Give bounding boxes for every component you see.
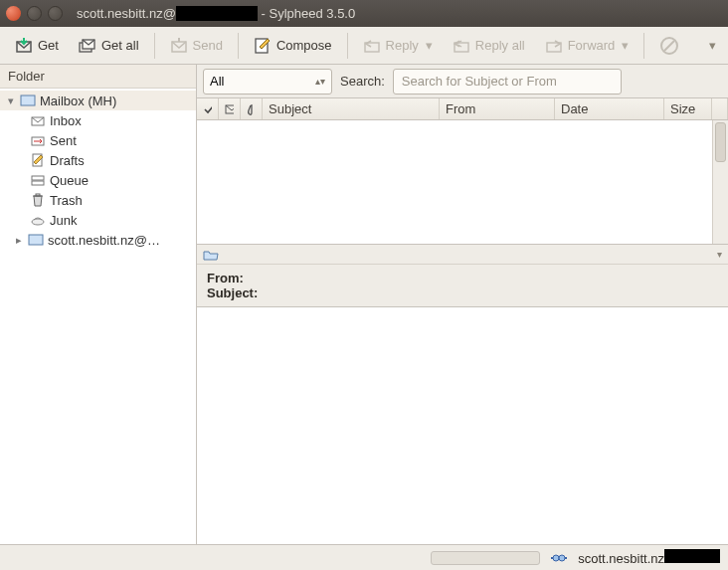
queue-icon: [30, 172, 46, 188]
get-all-label: Get all: [101, 38, 139, 53]
column-subject[interactable]: Subject: [263, 98, 440, 119]
svg-rect-17: [32, 181, 44, 185]
svg-line-11: [664, 41, 674, 51]
forward-label: Forward: [568, 38, 616, 53]
column-status[interactable]: [219, 98, 241, 119]
toolbar-separator: [238, 33, 239, 59]
window-titlebar: scott.nesbitt.nz@xxxx - Sylpheed 3.5.0: [0, 0, 728, 27]
status-bar: scott.nesbitt.nz: [0, 544, 728, 570]
folder-label: scott.nesbitt.nz@…: [48, 233, 160, 248]
junk-icon: [30, 212, 46, 228]
get-label: Get: [38, 38, 59, 53]
message-list-body: [197, 120, 728, 244]
svg-rect-16: [32, 176, 44, 180]
get-button[interactable]: Get: [6, 32, 68, 60]
message-body[interactable]: [197, 307, 728, 544]
toolbar-separator: [643, 33, 644, 59]
send-label: Send: [193, 38, 223, 53]
reply-icon: [363, 37, 381, 55]
expand-toggle[interactable]: ▸: [14, 234, 24, 247]
right-pane: All ▴▾ Search: Subject From Date Size: [197, 65, 728, 544]
filter-bar: All ▴▾ Search:: [197, 65, 728, 98]
folder-sent[interactable]: Sent: [0, 130, 196, 150]
scrollbar-thumb[interactable]: [715, 122, 726, 162]
online-icon[interactable]: [550, 552, 568, 564]
sent-icon: [30, 132, 46, 148]
mail-get-icon: [15, 37, 33, 55]
folder-mailbox[interactable]: ▾ Mailbox (MH): [0, 91, 196, 110]
envelope-icon: [225, 104, 234, 114]
folder-label: Mailbox (MH): [40, 94, 116, 108]
status-account[interactable]: scott.nesbitt.nz: [578, 549, 720, 566]
search-label: Search:: [340, 74, 385, 89]
folder-account[interactable]: ▸ scott.nesbitt.nz@…: [0, 230, 196, 250]
mid-strip: ▾: [197, 245, 728, 265]
sidebar-header: Folder: [0, 65, 196, 89]
search-input[interactable]: [393, 69, 622, 95]
progress-bar: [431, 551, 540, 565]
folder-junk[interactable]: Junk: [0, 210, 196, 230]
forward-icon: [545, 37, 563, 55]
folder-label: Queue: [50, 173, 89, 188]
toolbar-separator: [154, 33, 155, 59]
subject-label: Subject:: [207, 285, 258, 300]
message-list-rows[interactable]: [197, 120, 712, 244]
folder-drafts[interactable]: Drafts: [0, 150, 196, 170]
folder-queue[interactable]: Queue: [0, 170, 196, 190]
reply-all-button: Reply all: [444, 32, 534, 60]
column-date[interactable]: Date: [555, 98, 664, 119]
compose-label: Compose: [276, 38, 332, 53]
window-title: scott.nesbitt.nz@xxxx - Sylpheed 3.5.0: [77, 6, 355, 21]
expand-toggle[interactable]: ▾: [6, 95, 16, 107]
filter-combo[interactable]: All ▴▾: [203, 69, 332, 95]
toolbar-menu-button[interactable]: ▾: [703, 34, 722, 57]
toolbar-separator: [347, 33, 348, 59]
stop-icon: [659, 36, 679, 56]
column-size[interactable]: Size: [664, 98, 712, 119]
reply-button: Reply ▾: [354, 32, 442, 60]
svg-point-24: [553, 555, 559, 561]
column-attachment[interactable]: [241, 98, 263, 119]
filter-combo-value: All: [210, 74, 224, 89]
get-all-button[interactable]: Get all: [70, 32, 148, 60]
mail-send-icon: [170, 37, 188, 55]
chevron-down-icon: ▾: [426, 38, 433, 53]
message-list-header: Subject From Date Size: [197, 98, 728, 120]
svg-point-20: [32, 219, 44, 225]
send-button: Send: [161, 32, 232, 60]
account-folder-icon: [28, 232, 44, 248]
svg-rect-19: [36, 194, 40, 196]
message-list-pane: Subject From Date Size: [197, 98, 728, 245]
folder-label: Inbox: [50, 113, 82, 128]
reply-label: Reply: [386, 38, 419, 53]
folder-tree[interactable]: ▾ Mailbox (MH) Inbox Sent Drafts Queue: [0, 89, 196, 544]
chevron-down-icon: ▾: [622, 38, 629, 53]
reply-all-icon: [453, 37, 470, 55]
compose-button[interactable]: Compose: [245, 32, 341, 60]
message-list-scrollbar[interactable]: [712, 120, 728, 244]
inbox-icon: [30, 112, 46, 128]
column-from[interactable]: From: [440, 98, 555, 119]
main-area: Folder ▾ Mailbox (MH) Inbox Sent Drafts: [0, 65, 728, 544]
folder-label: Drafts: [50, 153, 85, 168]
toolbar: Get Get all Send Compose Reply ▾ Reply a…: [0, 27, 728, 65]
drafts-icon: [30, 152, 46, 168]
column-mark[interactable]: [197, 98, 219, 119]
forward-button: Forward ▾: [536, 32, 638, 60]
svg-rect-21: [29, 235, 43, 245]
folder-inbox[interactable]: Inbox: [0, 110, 196, 130]
folder-label: Trash: [50, 193, 83, 208]
window-close-button[interactable]: [6, 6, 21, 21]
folder-open-icon[interactable]: [203, 247, 219, 263]
mailbox-icon: [20, 93, 36, 108]
attachment-icon: [247, 102, 256, 116]
folder-trash[interactable]: Trash: [0, 190, 196, 210]
folder-sidebar: Folder ▾ Mailbox (MH) Inbox Sent Drafts: [0, 65, 197, 544]
chevron-updown-icon: ▴▾: [315, 76, 325, 87]
window-maximize-button[interactable]: [48, 6, 63, 21]
window-minimize-button[interactable]: [27, 6, 42, 21]
collapse-toggle[interactable]: ▾: [717, 249, 722, 260]
folder-label: Sent: [50, 133, 77, 148]
stop-button: [650, 31, 688, 61]
trash-icon: [30, 192, 46, 208]
